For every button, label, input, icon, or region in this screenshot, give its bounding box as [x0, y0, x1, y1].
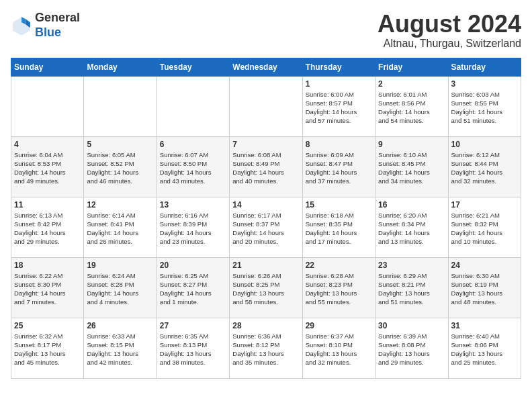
- day-info-line: Sunset: 8:35 PM: [306, 220, 372, 228]
- day-info-line: Daylight: 14 hours: [232, 168, 299, 177]
- day-info-line: Sunset: 8:37 PM: [232, 220, 299, 228]
- day-info-line: and 43 minutes.: [160, 177, 226, 185]
- day-info-line: Daylight: 13 hours: [160, 349, 226, 358]
- calendar-cell: 18Sunrise: 6:22 AMSunset: 8:30 PMDayligh…: [11, 257, 84, 318]
- day-info-line: and 29 minutes.: [378, 358, 445, 367]
- day-info-line: and 40 minutes.: [232, 177, 299, 185]
- day-number: 19: [87, 261, 153, 270]
- logo-blue: Blue: [35, 26, 61, 39]
- day-info-line: Sunset: 8:52 PM: [87, 159, 153, 168]
- day-number: 20: [160, 261, 226, 270]
- day-number: 3: [451, 79, 518, 89]
- day-info-line: and 51 minutes.: [451, 116, 518, 125]
- day-info-line: Daylight: 14 hours: [14, 168, 81, 177]
- day-info-line: Sunset: 8:28 PM: [87, 280, 153, 289]
- logo-text: General Blue: [35, 11, 80, 40]
- day-info-line: Daylight: 14 hours: [87, 228, 153, 237]
- calendar-cell: 26Sunrise: 6:33 AMSunset: 8:15 PMDayligh…: [84, 318, 157, 378]
- calendar-cell: [84, 76, 157, 136]
- day-number: 10: [451, 140, 518, 149]
- day-info-line: and 48 minutes.: [451, 298, 518, 306]
- calendar-cell: 19Sunrise: 6:24 AMSunset: 8:28 PMDayligh…: [84, 257, 157, 318]
- day-info-line: Sunset: 8:47 PM: [306, 159, 372, 168]
- location: Altnau, Thurgau, Switzerland: [378, 38, 521, 50]
- day-info-line: Daylight: 14 hours: [378, 228, 445, 237]
- calendar-cell: 3Sunrise: 6:03 AMSunset: 8:55 PMDaylight…: [448, 76, 521, 136]
- day-of-week-saturday: Saturday: [448, 58, 521, 76]
- day-info-line: and 58 minutes.: [232, 298, 299, 306]
- day-number: 21: [232, 261, 299, 270]
- day-info-line: Daylight: 14 hours: [232, 228, 299, 237]
- logo: General Blue: [11, 11, 80, 40]
- day-info-line: Sunrise: 6:36 AM: [232, 332, 299, 340]
- calendar-cell: 31Sunrise: 6:40 AMSunset: 8:06 PMDayligh…: [448, 318, 521, 378]
- day-number: 12: [87, 200, 153, 210]
- day-info-line: Sunset: 8:49 PM: [232, 159, 299, 168]
- day-info-line: Sunrise: 6:37 AM: [306, 332, 372, 340]
- day-info-line: and 54 minutes.: [378, 116, 445, 125]
- day-info-line: and 34 minutes.: [378, 177, 445, 185]
- logo-general: General: [35, 11, 80, 24]
- day-info-line: Sunrise: 6:01 AM: [378, 90, 445, 99]
- day-info-line: and 25 minutes.: [451, 358, 518, 367]
- day-info-line: Sunrise: 6:33 AM: [87, 332, 153, 340]
- day-number: 7: [232, 140, 299, 149]
- month-title: August 2024: [378, 11, 521, 38]
- day-number: 2: [378, 79, 445, 89]
- calendar-cell: 16Sunrise: 6:20 AMSunset: 8:34 PMDayligh…: [375, 197, 448, 257]
- day-info-line: Daylight: 14 hours: [306, 107, 372, 116]
- calendar-cell: 11Sunrise: 6:13 AMSunset: 8:42 PMDayligh…: [11, 197, 84, 257]
- day-info-line: Sunset: 8:15 PM: [87, 340, 153, 349]
- day-number: 14: [232, 200, 299, 210]
- day-info-line: Sunset: 8:21 PM: [378, 280, 445, 289]
- day-info-line: Daylight: 13 hours: [14, 349, 81, 358]
- day-info-line: Sunrise: 6:07 AM: [160, 150, 226, 159]
- day-number: 25: [14, 321, 81, 330]
- day-info-line: Sunset: 8:19 PM: [451, 280, 518, 289]
- day-info-line: Sunset: 8:23 PM: [306, 280, 372, 289]
- day-info-line: Sunset: 8:45 PM: [378, 159, 445, 168]
- day-info-line: Daylight: 14 hours: [306, 228, 372, 237]
- day-info-line: Sunrise: 6:21 AM: [451, 211, 518, 220]
- calendar-cell: 6Sunrise: 6:07 AMSunset: 8:50 PMDaylight…: [157, 136, 229, 197]
- day-number: 17: [451, 200, 518, 210]
- day-info-line: Sunrise: 6:03 AM: [451, 90, 518, 99]
- day-number: 18: [14, 261, 81, 270]
- calendar-cell: 5Sunrise: 6:05 AMSunset: 8:52 PMDaylight…: [84, 136, 157, 197]
- day-info-line: Sunset: 8:42 PM: [14, 220, 81, 228]
- day-info-line: and 45 minutes.: [14, 358, 81, 367]
- calendar-cell: 23Sunrise: 6:29 AMSunset: 8:21 PMDayligh…: [375, 257, 448, 318]
- day-number: 23: [378, 261, 445, 270]
- day-info-line: Sunrise: 6:39 AM: [378, 332, 445, 340]
- day-number: 4: [14, 140, 81, 149]
- day-info-line: Sunrise: 6:14 AM: [87, 211, 153, 220]
- day-info-line: Sunset: 8:55 PM: [451, 99, 518, 107]
- day-info-line: Daylight: 13 hours: [451, 349, 518, 358]
- day-info-line: Daylight: 14 hours: [451, 228, 518, 237]
- day-info-line: Sunset: 8:30 PM: [14, 280, 81, 289]
- day-number: 9: [378, 140, 445, 149]
- calendar-cell: 29Sunrise: 6:37 AMSunset: 8:10 PMDayligh…: [302, 318, 375, 378]
- day-info-line: Daylight: 14 hours: [87, 168, 153, 177]
- day-number: 13: [160, 200, 226, 210]
- calendar-cell: 28Sunrise: 6:36 AMSunset: 8:12 PMDayligh…: [230, 318, 302, 378]
- day-info-line: Sunrise: 6:05 AM: [87, 150, 153, 159]
- day-info-line: Sunset: 8:53 PM: [14, 159, 81, 168]
- day-info-line: Sunrise: 6:32 AM: [14, 332, 81, 340]
- day-info-line: Sunset: 8:44 PM: [451, 159, 518, 168]
- day-info-line: and 1 minute.: [160, 298, 226, 306]
- day-info-line: Daylight: 14 hours: [451, 168, 518, 177]
- day-info-line: and 32 minutes.: [306, 358, 372, 367]
- calendar-cell: 2Sunrise: 6:01 AMSunset: 8:56 PMDaylight…: [375, 76, 448, 136]
- day-info-line: Daylight: 14 hours: [14, 228, 81, 237]
- day-number: 28: [232, 321, 299, 330]
- day-info-line: Daylight: 13 hours: [232, 289, 299, 298]
- day-info-line: Sunset: 8:57 PM: [306, 99, 372, 107]
- calendar-cell: 24Sunrise: 6:30 AMSunset: 8:19 PMDayligh…: [448, 257, 521, 318]
- day-info-line: Daylight: 13 hours: [232, 349, 299, 358]
- day-number: 1: [306, 79, 372, 89]
- day-number: 5: [87, 140, 153, 149]
- day-number: 29: [306, 321, 372, 330]
- day-of-week-sunday: Sunday: [11, 58, 84, 76]
- day-of-week-thursday: Thursday: [302, 58, 375, 76]
